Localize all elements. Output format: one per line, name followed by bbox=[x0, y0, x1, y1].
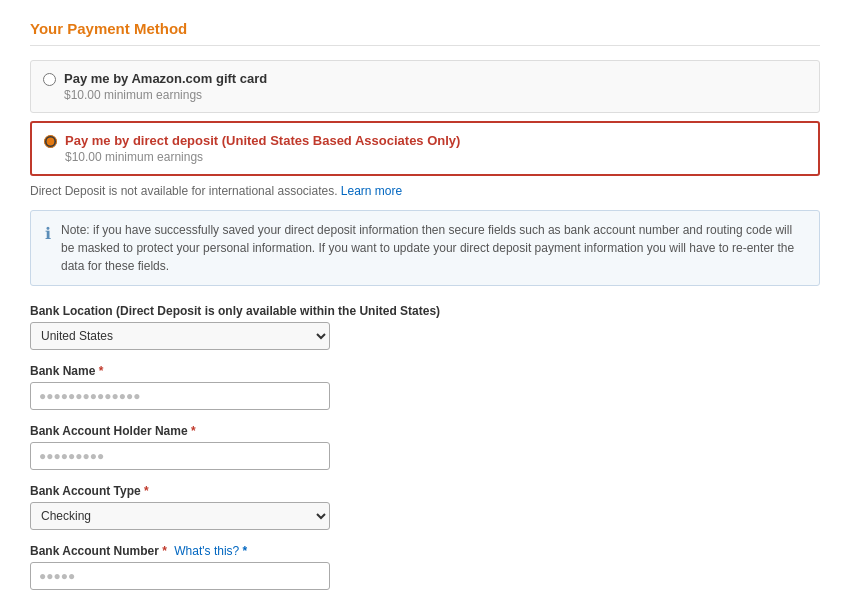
note-box: ℹ Note: if you have successfully saved y… bbox=[30, 210, 820, 286]
account-number-label: Bank Account Number * What's this? * bbox=[30, 544, 820, 558]
payment-gift-card-label: Pay me by Amazon.com gift card bbox=[64, 71, 267, 86]
bank-location-group: Bank Location (Direct Deposit is only av… bbox=[30, 304, 820, 350]
bank-location-label: Bank Location (Direct Deposit is only av… bbox=[30, 304, 820, 318]
account-type-label: Bank Account Type * bbox=[30, 484, 820, 498]
payment-direct-deposit-subtitle: $10.00 minimum earnings bbox=[65, 150, 460, 164]
account-holder-name-group: Bank Account Holder Name * bbox=[30, 424, 820, 470]
info-icon: ℹ bbox=[45, 222, 51, 246]
account-number-whats-this-link[interactable]: What's this? bbox=[174, 544, 239, 558]
account-type-group: Bank Account Type * Checking Savings bbox=[30, 484, 820, 530]
section-title: Your Payment Method bbox=[30, 20, 820, 46]
payment-option-direct-deposit[interactable]: Pay me by direct deposit (United States … bbox=[30, 121, 820, 176]
payment-gift-card-subtitle: $10.00 minimum earnings bbox=[64, 88, 267, 102]
payment-radio-gift-card[interactable] bbox=[43, 73, 56, 86]
learn-more-link[interactable]: Learn more bbox=[341, 184, 402, 198]
bank-location-select[interactable]: United States bbox=[30, 322, 330, 350]
bank-name-group: Bank Name * bbox=[30, 364, 820, 410]
payment-direct-deposit-label: Pay me by direct deposit (United States … bbox=[65, 133, 460, 148]
account-holder-name-label: Bank Account Holder Name * bbox=[30, 424, 820, 438]
bank-name-label: Bank Name * bbox=[30, 364, 820, 378]
account-type-select[interactable]: Checking Savings bbox=[30, 502, 330, 530]
account-holder-name-input[interactable] bbox=[30, 442, 330, 470]
account-number-input[interactable] bbox=[30, 562, 330, 590]
payment-radio-direct-deposit[interactable] bbox=[44, 135, 57, 148]
info-note: Direct Deposit is not available for inte… bbox=[30, 184, 820, 198]
note-box-text: Note: if you have successfully saved you… bbox=[61, 221, 805, 275]
bank-name-input[interactable] bbox=[30, 382, 330, 410]
account-number-group: Bank Account Number * What's this? * bbox=[30, 544, 820, 590]
payment-option-gift-card[interactable]: Pay me by Amazon.com gift card $10.00 mi… bbox=[30, 60, 820, 113]
